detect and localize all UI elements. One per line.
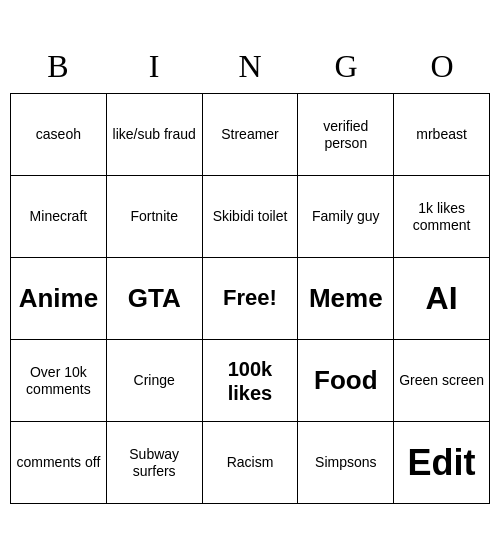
cell-r3-c0: Over 10k comments [11, 340, 107, 422]
bingo-grid: caseohlike/sub fraudStreamerverified per… [10, 93, 490, 504]
cell-r2-c3: Meme [298, 258, 394, 340]
cell-r4-c4: Edit [394, 422, 490, 504]
cell-r2-c1: GTA [107, 258, 203, 340]
cell-r0-c2: Streamer [203, 94, 299, 176]
cell-r4-c3: Simpsons [298, 422, 394, 504]
cell-r1-c3: Family guy [298, 176, 394, 258]
bingo-header: BINGO [10, 40, 490, 93]
cell-r2-c0: Anime [11, 258, 107, 340]
cell-r1-c1: Fortnite [107, 176, 203, 258]
cell-r3-c1: Cringe [107, 340, 203, 422]
cell-r4-c0: comments off [11, 422, 107, 504]
cell-r3-c3: Food [298, 340, 394, 422]
cell-r0-c3: verified person [298, 94, 394, 176]
header-letter-O: O [398, 48, 486, 85]
cell-r4-c1: Subway surfers [107, 422, 203, 504]
cell-r4-c2: Racism [203, 422, 299, 504]
cell-r1-c4: 1k likes comment [394, 176, 490, 258]
header-letter-N: N [206, 48, 294, 85]
header-letter-G: G [302, 48, 390, 85]
cell-r2-c4: AI [394, 258, 490, 340]
header-letter-I: I [110, 48, 198, 85]
cell-r1-c2: Skibidi toilet [203, 176, 299, 258]
cell-r3-c2: 100k likes [203, 340, 299, 422]
cell-r0-c1: like/sub fraud [107, 94, 203, 176]
cell-r0-c4: mrbeast [394, 94, 490, 176]
cell-r2-c2: Free! [203, 258, 299, 340]
cell-r3-c4: Green screen [394, 340, 490, 422]
cell-r0-c0: caseoh [11, 94, 107, 176]
header-letter-B: B [14, 48, 102, 85]
bingo-card: BINGO caseohlike/sub fraudStreamerverifi… [10, 40, 490, 504]
cell-r1-c0: Minecraft [11, 176, 107, 258]
